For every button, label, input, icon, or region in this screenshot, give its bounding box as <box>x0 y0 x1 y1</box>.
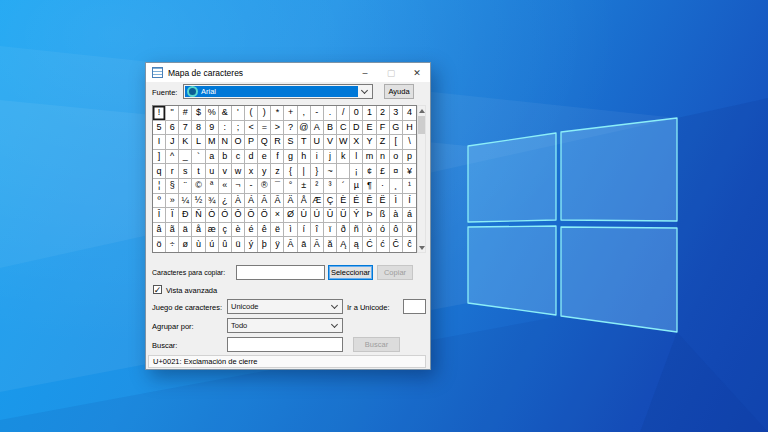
char-cell[interactable]: á <box>403 208 416 223</box>
char-cell[interactable]: ö <box>153 237 166 252</box>
char-cell[interactable]: } <box>311 164 324 179</box>
char-cell[interactable] <box>337 164 350 179</box>
char-cell[interactable]: ¿ <box>219 194 232 209</box>
char-cell[interactable]: ¬ <box>232 179 245 194</box>
char-cell[interactable]: Q <box>258 135 271 150</box>
char-cell[interactable]: N <box>219 135 232 150</box>
char-cell[interactable]: ă <box>324 237 337 252</box>
char-cell[interactable]: [ <box>390 135 403 150</box>
copy-input[interactable] <box>236 265 325 280</box>
char-cell[interactable]: à <box>390 208 403 223</box>
char-cell[interactable]: T <box>298 135 311 150</box>
char-cell[interactable]: d <box>245 150 258 165</box>
char-cell[interactable]: ý <box>245 237 258 252</box>
char-cell[interactable]: ï <box>324 223 337 238</box>
char-cell[interactable]: ¥ <box>403 164 416 179</box>
char-cell[interactable]: C <box>337 121 350 136</box>
char-cell[interactable]: ë <box>271 223 284 238</box>
char-cell[interactable]: Ï <box>166 208 179 223</box>
char-cell[interactable]: © <box>192 179 205 194</box>
char-cell[interactable]: c <box>232 150 245 165</box>
char-cell[interactable]: B <box>324 121 337 136</box>
char-cell[interactable]: Ã <box>271 194 284 209</box>
char-cell[interactable]: z <box>271 164 284 179</box>
char-cell[interactable]: § <box>166 179 179 194</box>
char-cell[interactable]: ¡ <box>350 164 363 179</box>
char-cell[interactable]: ^ <box>166 150 179 165</box>
char-cell[interactable]: ª <box>206 179 219 194</box>
char-cell[interactable]: k <box>337 150 350 165</box>
char-cell[interactable]: Õ <box>245 208 258 223</box>
char-cell[interactable]: Ð <box>179 208 192 223</box>
char-cell[interactable]: b <box>219 150 232 165</box>
char-cell[interactable]: Í <box>403 194 416 209</box>
char-cell[interactable]: û <box>219 237 232 252</box>
char-cell[interactable]: ì <box>284 223 297 238</box>
char-cell[interactable]: w <box>232 164 245 179</box>
char-cell[interactable]: { <box>284 164 297 179</box>
char-cell[interactable]: ú <box>206 237 219 252</box>
char-cell[interactable]: 8 <box>192 121 205 136</box>
char-cell[interactable]: Ä <box>284 194 297 209</box>
char-cell[interactable]: H <box>403 121 416 136</box>
char-cell[interactable]: ¤ <box>390 164 403 179</box>
char-cell[interactable]: Ô <box>232 208 245 223</box>
char-cell[interactable]: s <box>179 164 192 179</box>
char-cell[interactable]: ± <box>298 179 311 194</box>
char-cell[interactable]: - <box>245 179 258 194</box>
char-cell[interactable]: ð <box>337 223 350 238</box>
char-cell[interactable]: ó <box>377 223 390 238</box>
char-cell[interactable]: v <box>219 164 232 179</box>
char-cell[interactable]: P <box>245 135 258 150</box>
char-cell[interactable]: À <box>232 194 245 209</box>
char-cell[interactable]: o <box>390 150 403 165</box>
char-cell[interactable]: ø <box>179 237 192 252</box>
char-cell[interactable]: ß <box>377 208 390 223</box>
char-cell[interactable]: Z <box>377 135 390 150</box>
char-cell[interactable]: Ê <box>363 194 376 209</box>
char-cell[interactable]: î <box>311 223 324 238</box>
char-cell[interactable]: ò <box>363 223 376 238</box>
groupby-select[interactable]: Todo <box>227 318 343 333</box>
char-cell[interactable]: Î <box>153 208 166 223</box>
char-cell[interactable]: U <box>311 135 324 150</box>
char-cell[interactable]: \ <box>403 135 416 150</box>
char-cell[interactable]: 5 <box>153 121 166 136</box>
char-cell[interactable]: K <box>179 135 192 150</box>
grid-scrollbar[interactable] <box>417 105 426 253</box>
char-cell[interactable]: ç <box>219 223 232 238</box>
char-cell[interactable]: ć <box>377 237 390 252</box>
char-cell[interactable]: å <box>192 223 205 238</box>
help-button[interactable]: Ayuda <box>384 84 414 99</box>
char-cell[interactable]: ê <box>258 223 271 238</box>
char-cell[interactable]: ¸ <box>390 179 403 194</box>
char-cell[interactable]: - <box>311 106 324 121</box>
char-cell[interactable]: t <box>192 164 205 179</box>
char-cell[interactable]: r <box>166 164 179 179</box>
char-cell[interactable]: Y <box>363 135 376 150</box>
select-button[interactable]: Seleccionar <box>328 265 373 280</box>
char-cell[interactable]: I <box>153 135 166 150</box>
char-cell[interactable]: l <box>350 150 363 165</box>
char-cell[interactable]: . <box>324 106 337 121</box>
char-cell[interactable]: 9 <box>206 121 219 136</box>
char-cell[interactable]: * <box>271 106 284 121</box>
char-cell[interactable]: ² <box>311 179 324 194</box>
char-cell[interactable]: Ù <box>298 208 311 223</box>
char-cell[interactable]: + <box>284 106 297 121</box>
char-cell[interactable]: ` <box>192 150 205 165</box>
char-cell[interactable]: " <box>166 106 179 121</box>
char-cell[interactable]: ( <box>245 106 258 121</box>
char-cell[interactable]: ¹ <box>403 179 416 194</box>
char-cell[interactable]: ą <box>350 237 363 252</box>
char-cell[interactable]: £ <box>377 164 390 179</box>
char-cell[interactable]: ' <box>232 106 245 121</box>
char-cell[interactable]: , <box>298 106 311 121</box>
char-cell[interactable]: ü <box>232 237 245 252</box>
char-cell[interactable]: V <box>324 135 337 150</box>
char-grid[interactable]: !"#$%&'()*+,-./0123456789:;<=>?@ABCDEFGH… <box>152 105 417 253</box>
char-cell[interactable]: J <box>166 135 179 150</box>
char-cell[interactable]: Ĉ <box>390 237 403 252</box>
char-cell[interactable]: ¼ <box>179 194 192 209</box>
char-cell[interactable]: ? <box>284 121 297 136</box>
